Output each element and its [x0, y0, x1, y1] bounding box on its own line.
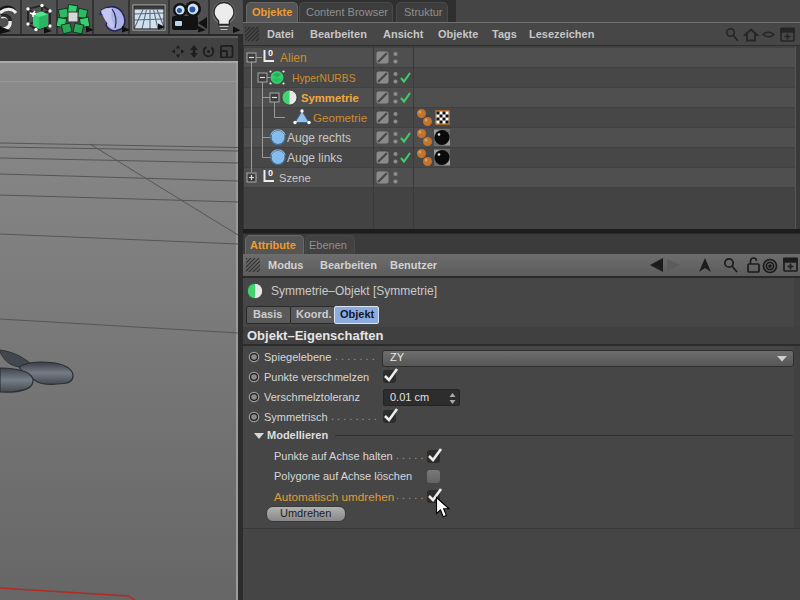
svg-text:Szene: Szene [279, 172, 311, 184]
svg-text:0: 0 [268, 48, 273, 58]
svg-text:Geometrie: Geometrie [313, 111, 367, 124]
svg-text:Auge links: Auge links [287, 151, 342, 165]
svg-text:Symmetrie: Symmetrie [301, 92, 359, 104]
svg-text:Auge rechts: Auge rechts [287, 131, 351, 145]
svg-text:Alien: Alien [280, 51, 307, 65]
svg-text:HyperNURBS: HyperNURBS [292, 73, 356, 84]
svg-text:0: 0 [268, 168, 273, 178]
